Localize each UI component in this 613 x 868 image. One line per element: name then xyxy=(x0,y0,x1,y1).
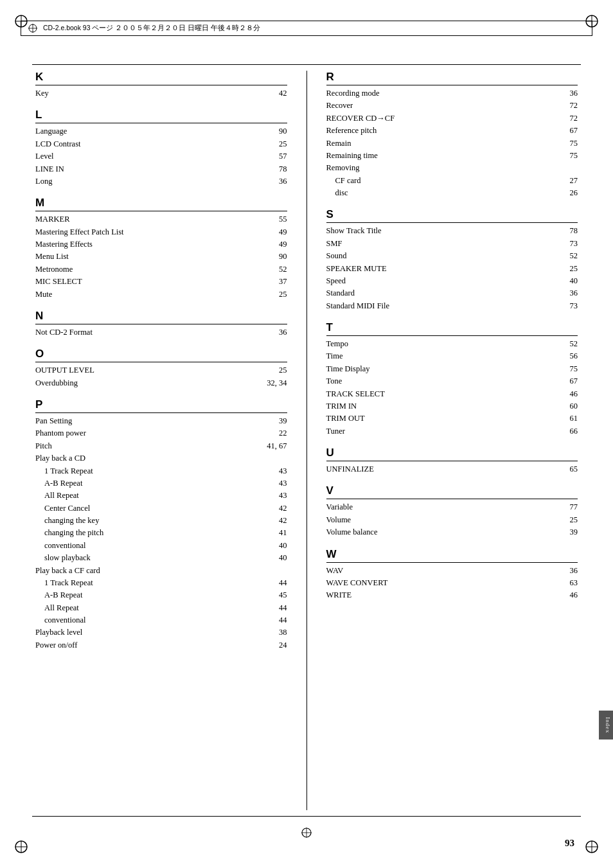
index-entry: Remaining time75 xyxy=(326,150,578,162)
entry-label: OUTPUT LEVEL xyxy=(35,364,94,376)
entry-dots xyxy=(396,120,560,120)
entry-label: SPEAKER MUTE xyxy=(326,263,387,275)
index-entry: Volume balance39 xyxy=(326,526,578,538)
entry-dots xyxy=(66,170,270,171)
entry-page: 67 xyxy=(562,125,578,137)
entry-dots xyxy=(375,470,560,471)
entry-dots xyxy=(344,572,560,572)
entry-page: 44 xyxy=(271,577,287,589)
entry-label: Phantom power xyxy=(35,427,86,439)
index-entry: A-B Repeat45 xyxy=(35,589,287,601)
entry-page: 90 xyxy=(271,251,287,263)
section-rule-M xyxy=(35,211,287,211)
entry-label: Speed xyxy=(326,275,346,287)
entry-label: RECOVER CD→CF xyxy=(326,112,395,125)
entry-label: Variable xyxy=(326,501,353,513)
entry-page: 36 xyxy=(562,287,578,299)
entry-page: 36 xyxy=(562,87,578,100)
entry-label: MARKER xyxy=(35,213,69,226)
entry-page: 39 xyxy=(562,526,578,538)
index-entry: Mastering Effects49 xyxy=(35,238,287,251)
index-entry: A-B Repeat43 xyxy=(35,477,287,490)
index-entry: Phantom power22 xyxy=(35,427,287,439)
group-label: Play back a CF card xyxy=(35,565,100,577)
index-entry: conventional44 xyxy=(35,614,287,626)
entry-label: A-B Repeat xyxy=(44,477,82,490)
entry-label: Tuner xyxy=(326,425,345,438)
index-entry: Volume25 xyxy=(326,514,578,526)
entry-page: 41, 67 xyxy=(267,440,287,452)
entry-dots xyxy=(92,559,270,560)
entry-label: Remaining time xyxy=(326,150,378,162)
entry-label: Recording mode xyxy=(326,87,380,100)
entry-dots xyxy=(53,182,269,183)
index-entry: Show Track Title78 xyxy=(326,225,578,237)
index-entry: UNFINALIZE65 xyxy=(326,463,578,475)
entry-page: 42 xyxy=(271,502,287,515)
entry-dots xyxy=(352,145,560,145)
entry-page: 63 xyxy=(562,577,578,589)
entry-dots xyxy=(79,384,265,385)
entry-label: TRACK SELECT xyxy=(326,388,385,400)
side-tab: Index xyxy=(599,711,613,740)
entry-label: slow playback xyxy=(44,552,91,564)
entry-dots xyxy=(82,145,269,146)
entry-dots xyxy=(71,220,269,221)
entry-page: 46 xyxy=(562,589,578,601)
index-entry: slow playback40 xyxy=(35,552,287,564)
entry-page: 44 xyxy=(271,602,287,614)
entry-page: 22 xyxy=(271,427,287,439)
entry-label: TRIM OUT xyxy=(326,412,365,425)
section-letter-M: M xyxy=(35,197,287,209)
entry-dots xyxy=(84,633,269,634)
entry-page: 24 xyxy=(271,639,287,651)
entry-dots xyxy=(379,157,560,157)
entry-page: 27 xyxy=(562,175,578,187)
index-entry: 1 Track Repeat44 xyxy=(35,577,287,589)
entry-page: 67 xyxy=(562,375,578,387)
entry-page: 36 xyxy=(271,175,287,188)
left-column: KKey42LLanguage90LCD Contrast25Level57LI… xyxy=(35,71,287,810)
entry-dots xyxy=(87,621,270,622)
entry-label: Pitch xyxy=(35,440,52,452)
entry-label: LCD Contrast xyxy=(35,138,80,150)
entry-page: 41 xyxy=(271,527,287,539)
entry-dots xyxy=(74,270,269,271)
entry-page: 52 xyxy=(562,250,578,262)
section-letter-O: O xyxy=(35,348,287,360)
entry-label: Power on/off xyxy=(35,639,77,651)
entry-page: 55 xyxy=(271,213,287,226)
section-rule-O xyxy=(35,362,287,362)
entry-label: 1 Track Repeat xyxy=(44,465,93,477)
entry-dots xyxy=(348,257,560,258)
entry-dots xyxy=(386,395,560,396)
index-entry: changing the pitch41 xyxy=(35,527,287,539)
hline-bottom xyxy=(32,816,581,817)
column-divider xyxy=(306,71,307,810)
index-entry: SMF73 xyxy=(326,238,578,250)
section-letter-S: S xyxy=(326,208,578,221)
entry-label: Recover xyxy=(326,100,353,112)
section-letter-U: U xyxy=(326,447,578,459)
entry-dots xyxy=(53,296,269,296)
entry-label: Time xyxy=(326,350,343,362)
entry-label: Center Cancel xyxy=(44,502,90,515)
index-entry: MARKER55 xyxy=(35,213,287,226)
entry-page: 25 xyxy=(562,263,578,275)
entry-dots xyxy=(105,534,269,535)
entry-dots xyxy=(389,584,560,585)
index-entry: OUTPUT LEVEL25 xyxy=(35,364,287,376)
entry-label: TRIM IN xyxy=(326,400,357,412)
index-entry: Reference pitch67 xyxy=(326,125,578,137)
entry-page: 25 xyxy=(271,364,287,376)
hline-top xyxy=(32,64,581,65)
entry-label: Reference pitch xyxy=(326,125,377,137)
entry-page: 44 xyxy=(271,614,287,626)
entry-page: 25 xyxy=(271,138,287,150)
entry-page: 46 xyxy=(562,388,578,400)
section-letter-P: P xyxy=(35,398,287,411)
index-entry: TRACK SELECT46 xyxy=(326,388,578,400)
entry-dots xyxy=(366,420,560,420)
index-entry: LINE IN78 xyxy=(35,163,287,175)
entry-page: 45 xyxy=(271,589,287,601)
